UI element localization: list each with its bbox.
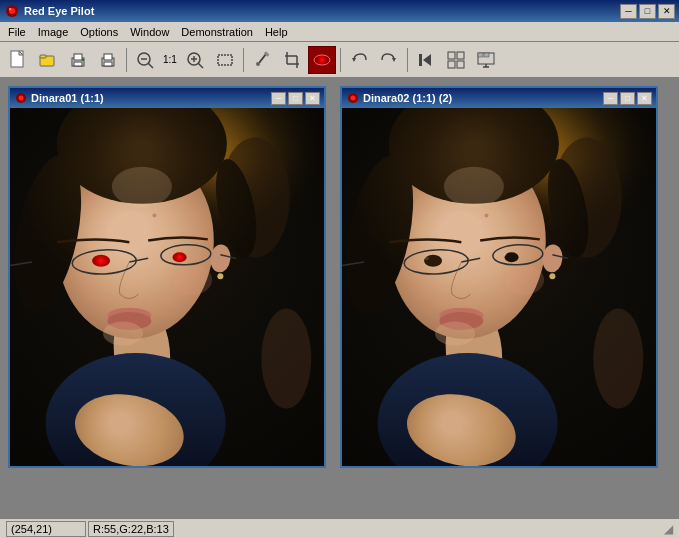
svg-rect-6 [40,55,46,58]
toolbar-zoom-out[interactable] [131,46,159,74]
title-bar: Red Eye Pilot ─ □ ✕ [0,0,679,22]
status-bar: (254,21) R:55,G:22,B:13 ◢ [0,518,679,538]
status-rgb: R:55,G:22,B:13 [88,521,174,537]
img-close-btn[interactable]: ✕ [305,92,320,105]
app-icon [4,3,20,19]
img-title-left: Dinara01 (1:1) [14,91,104,105]
zoom-level-label: 1:1 [161,54,179,65]
toolbar-prev[interactable] [412,46,440,74]
menu-file[interactable]: File [2,22,32,41]
img-window-icon [14,91,28,105]
menu-bar: File Image Options Window Demonstration … [0,22,679,42]
toolbar-new[interactable] [4,46,32,74]
img-window-title-dinara02[interactable]: Dinara02 (1:1) (2) ─ □ ✕ [342,88,656,108]
img-window-controls-2: ─ □ ✕ [603,92,652,105]
svg-rect-8 [74,54,82,60]
img-window-title-text: Dinara01 (1:1) [31,92,104,104]
svg-line-18 [198,63,203,68]
svg-rect-41 [478,53,483,57]
window-controls: ─ □ ✕ [620,4,675,19]
menu-image[interactable]: Image [32,22,75,41]
img-maximize-btn-2[interactable]: □ [620,92,635,105]
separator-4 [407,48,408,72]
svg-rect-36 [448,52,455,59]
svg-point-46 [19,96,24,101]
menu-options[interactable]: Options [74,22,124,41]
svg-rect-34 [419,54,422,66]
toolbar-crop[interactable] [278,46,306,74]
svg-rect-39 [457,61,464,68]
svg-rect-38 [448,61,455,68]
menu-window[interactable]: Window [124,22,175,41]
svg-rect-37 [457,52,464,59]
photo-canvas-right [342,108,656,466]
coords-text: (254,21) [11,523,52,535]
image-window-dinara02: Dinara02 (1:1) (2) ─ □ ✕ [340,86,658,468]
title-bar-left: Red Eye Pilot [4,3,94,19]
svg-marker-35 [423,54,431,66]
resize-grip[interactable]: ◢ [664,522,673,536]
svg-point-48 [351,96,356,101]
image-window-dinara01: Dinara01 (1:1) ─ □ ✕ [8,86,326,468]
menu-help[interactable]: Help [259,22,294,41]
toolbar-print[interactable] [64,46,92,74]
svg-point-10 [82,59,84,61]
svg-line-15 [148,63,153,68]
toolbar-undo[interactable] [345,46,373,74]
svg-rect-21 [218,55,232,65]
svg-point-23 [256,62,260,66]
toolbar-print2[interactable] [94,46,122,74]
toolbar-open[interactable] [34,46,62,74]
svg-rect-42 [484,53,489,57]
rgb-text: R:55,G:22,B:13 [93,523,169,535]
toolbar-zoom-in[interactable] [181,46,209,74]
minimize-button[interactable]: ─ [620,4,637,19]
separator-1 [126,48,127,72]
close-button[interactable]: ✕ [658,4,675,19]
toolbar-export[interactable] [472,46,500,74]
toolbar-redo[interactable] [375,46,403,74]
img-minimize-btn-2[interactable]: ─ [603,92,618,105]
img-window-title-text-2: Dinara02 (1:1) (2) [363,92,452,104]
img-window-controls: ─ □ ✕ [271,92,320,105]
toolbar-rect-select[interactable] [211,46,239,74]
menu-demonstration[interactable]: Demonstration [175,22,259,41]
separator-3 [340,48,341,72]
photo-canvas-left [10,108,324,466]
img-maximize-btn[interactable]: □ [288,92,303,105]
svg-marker-33 [392,58,396,62]
img-content-dinara02 [342,108,656,466]
svg-line-22 [259,54,266,63]
img-window-title-dinara01[interactable]: Dinara01 (1:1) ─ □ ✕ [10,88,324,108]
app-title: Red Eye Pilot [24,5,94,17]
img-title-left-2: Dinara02 (1:1) (2) [346,91,452,105]
workspace: Dinara01 (1:1) ─ □ ✕ Dinara02 (1:1) ( [0,78,679,518]
maximize-button[interactable]: □ [639,4,656,19]
toolbar-grid[interactable] [442,46,470,74]
status-coords: (254,21) [6,521,86,537]
img-content-dinara01 [10,108,324,466]
svg-rect-12 [104,54,112,60]
img-minimize-btn[interactable]: ─ [271,92,286,105]
toolbar-redeye[interactable] [308,46,336,74]
toolbar-eyedropper[interactable] [248,46,276,74]
img-window-icon-2 [346,91,360,105]
svg-rect-9 [74,62,82,66]
svg-point-2 [9,8,11,10]
svg-marker-32 [352,58,356,62]
separator-2 [243,48,244,72]
svg-point-31 [320,58,324,62]
img-close-btn-2[interactable]: ✕ [637,92,652,105]
svg-rect-13 [104,62,112,66]
toolbar: 1:1 [0,42,679,78]
